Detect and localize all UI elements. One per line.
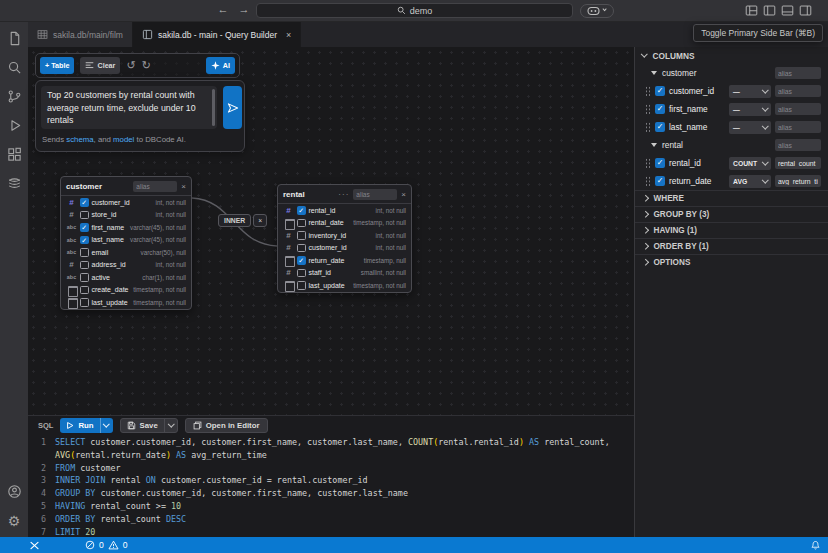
column-select-checkbox[interactable]: ✓ xyxy=(655,86,665,96)
column-checkbox[interactable] xyxy=(80,211,89,220)
column-checkbox[interactable]: ✓ xyxy=(297,256,306,265)
column-checkbox[interactable] xyxy=(80,261,89,270)
table-column-row[interactable]: last_updatetimestamp, not null xyxy=(278,279,411,292)
table-column-row[interactable]: abc✓last_namevarchar(45), not null xyxy=(61,234,191,247)
panel-section-where[interactable]: WHERE xyxy=(635,190,828,206)
column-checkbox[interactable]: ✓ xyxy=(80,223,89,232)
schema-link[interactable]: schema xyxy=(66,135,93,144)
panel-group-rental[interactable]: rental xyxy=(635,136,828,154)
column-select-checkbox[interactable]: ✓ xyxy=(655,176,665,186)
query-builder-canvas[interactable]: + Table Clear ↺ ↻ AI Top 20 customers by… xyxy=(28,47,634,415)
table-column-row[interactable]: #customer_idint, not null xyxy=(278,242,411,255)
accounts-icon[interactable] xyxy=(0,477,28,506)
toggle-secondary-sidebar-icon[interactable] xyxy=(799,4,812,17)
column-checkbox[interactable] xyxy=(80,298,89,307)
column-checkbox[interactable]: ✓ xyxy=(80,198,89,207)
ai-button[interactable]: AI xyxy=(206,57,235,74)
table-column-row[interactable]: abcemailvarchar(50), null xyxy=(61,246,191,259)
join-remove-icon[interactable]: × xyxy=(253,214,267,227)
table-column-row[interactable]: #store_idint, not null xyxy=(61,209,191,222)
tab-sakila-film[interactable]: sakila.db/main/film xyxy=(28,22,133,47)
table-close-icon[interactable]: × xyxy=(181,182,186,191)
aggregate-dropdown[interactable]: — xyxy=(729,103,771,116)
panel-section-options[interactable]: OPTIONS xyxy=(635,254,828,270)
aggregate-dropdown[interactable]: — xyxy=(729,121,771,134)
columns-section-header[interactable]: COLUMNS xyxy=(635,47,828,64)
table-card-customer[interactable]: customer×#✓customer_idint, not null#stor… xyxy=(60,176,192,310)
column-alias-input[interactable] xyxy=(775,175,821,187)
notifications-bell-icon[interactable] xyxy=(810,540,821,551)
forward-arrow-icon[interactable]: → xyxy=(236,3,252,15)
tab-close-icon[interactable]: × xyxy=(286,30,291,40)
column-alias-input[interactable] xyxy=(775,157,821,169)
table-column-row[interactable]: last_updatetimestamp, not null xyxy=(61,296,191,309)
aggregate-dropdown[interactable]: AVG xyxy=(729,175,771,188)
column-checkbox[interactable] xyxy=(80,286,89,295)
column-checkbox[interactable] xyxy=(297,219,306,228)
run-button[interactable]: Run xyxy=(60,418,99,433)
ai-send-button[interactable] xyxy=(223,86,242,129)
extensions-icon[interactable] xyxy=(0,140,28,169)
column-checkbox[interactable] xyxy=(80,273,89,282)
panel-column-row[interactable]: ✓customer_id— xyxy=(635,82,828,100)
group-alias-input[interactable] xyxy=(775,139,821,151)
panel-column-row[interactable]: ✓rental_idCOUNT xyxy=(635,154,828,172)
model-link[interactable]: model xyxy=(113,135,134,144)
panel-section-order[interactable]: ORDER BY (1) xyxy=(635,238,828,254)
explorer-icon[interactable] xyxy=(0,24,28,53)
drag-handle-icon[interactable] xyxy=(645,122,651,133)
toggle-panel-icon[interactable] xyxy=(781,4,794,17)
column-select-checkbox[interactable]: ✓ xyxy=(655,104,665,114)
table-menu-icon[interactable]: ··· xyxy=(338,190,349,199)
table-column-row[interactable]: #✓customer_idint, not null xyxy=(61,196,191,209)
table-column-row[interactable]: #✓rental_idint, not null xyxy=(278,204,411,217)
remote-indicator-icon[interactable] xyxy=(29,540,40,551)
group-alias-input[interactable] xyxy=(775,67,821,79)
column-checkbox[interactable] xyxy=(297,269,306,278)
panel-section-group[interactable]: GROUP BY (3) xyxy=(635,206,828,222)
drag-handle-icon[interactable] xyxy=(645,158,651,169)
table-column-row[interactable]: rental_datetimestamp, not null xyxy=(278,217,411,230)
column-select-checkbox[interactable]: ✓ xyxy=(655,122,665,132)
sql-code-editor[interactable]: 1SELECT customer.customer_id, customer.f… xyxy=(28,436,630,538)
ai-prompt-input[interactable]: Top 20 customers by rental count with av… xyxy=(41,86,217,129)
drag-handle-icon[interactable] xyxy=(645,86,651,97)
source-control-icon[interactable] xyxy=(0,82,28,111)
column-checkbox[interactable] xyxy=(297,231,306,240)
table-card-rental[interactable]: rental···×#✓rental_idint, not nullrental… xyxy=(277,184,412,293)
dbcode-database-icon[interactable] xyxy=(0,169,28,198)
column-select-checkbox[interactable]: ✓ xyxy=(655,158,665,168)
undo-icon[interactable]: ↺ xyxy=(126,60,135,71)
column-checkbox[interactable] xyxy=(80,248,89,257)
table-column-row[interactable]: #inventory_idint, not null xyxy=(278,229,411,242)
drag-handle-icon[interactable] xyxy=(645,104,651,115)
table-column-row[interactable]: #staff_idsmallint, not null xyxy=(278,267,411,280)
table-column-row[interactable]: abc✓first_namevarchar(45), not null xyxy=(61,221,191,234)
panel-column-row[interactable]: ✓last_name— xyxy=(635,118,828,136)
column-alias-input[interactable] xyxy=(775,121,821,133)
scrollbar-thumb[interactable] xyxy=(212,89,215,126)
table-column-row[interactable]: #address_idint, not null xyxy=(61,259,191,272)
command-center-search[interactable]: demo xyxy=(256,3,573,18)
aggregate-dropdown[interactable]: — xyxy=(729,85,771,98)
table-column-row[interactable]: abcactivechar(1), not null xyxy=(61,271,191,284)
run-debug-icon[interactable] xyxy=(0,111,28,140)
aggregate-dropdown[interactable]: COUNT xyxy=(729,157,771,170)
customize-layout-icon[interactable] xyxy=(745,4,758,17)
problems-status[interactable]: 0 0 xyxy=(85,537,128,553)
copilot-menu-button[interactable] xyxy=(580,4,614,18)
table-close-icon[interactable]: × xyxy=(401,190,406,199)
toggle-primary-sidebar-icon[interactable] xyxy=(763,4,776,17)
column-alias-input[interactable] xyxy=(775,103,821,115)
table-column-row[interactable]: create_datetimestamp, not null xyxy=(61,284,191,297)
save-button[interactable]: Save xyxy=(121,419,164,432)
join-type-button[interactable]: INNER xyxy=(218,214,251,227)
back-arrow-icon[interactable]: ← xyxy=(215,3,231,15)
table-alias-input[interactable] xyxy=(353,189,397,200)
column-checkbox[interactable] xyxy=(297,244,306,253)
column-checkbox[interactable]: ✓ xyxy=(297,206,306,215)
run-dropdown-button[interactable] xyxy=(100,418,113,433)
column-alias-input[interactable] xyxy=(775,85,821,97)
redo-icon[interactable]: ↻ xyxy=(142,60,151,71)
add-table-button[interactable]: + Table xyxy=(40,57,74,74)
